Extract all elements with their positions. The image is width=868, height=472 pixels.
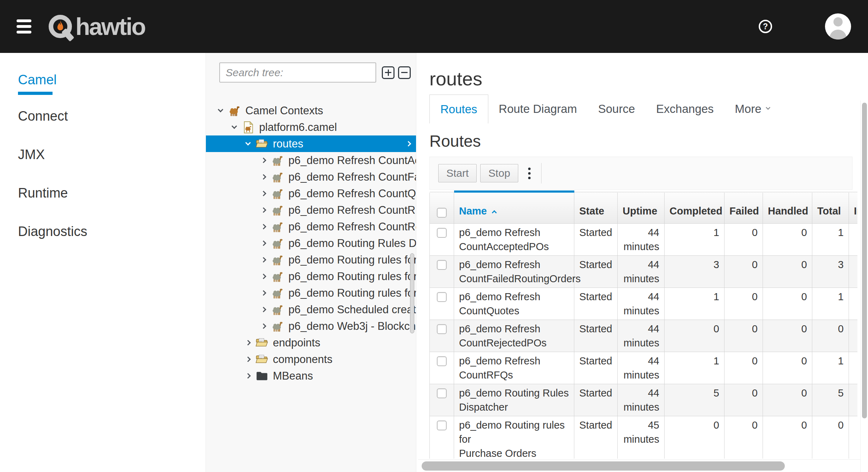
drill-in-chevron-icon[interactable] <box>406 141 411 147</box>
table-row-p6-demo-refresh-countrejectedpos[interactable]: p6_demo RefreshCountRejectedPOsStarted44… <box>430 320 858 352</box>
stop-button[interactable]: Stop <box>480 164 518 182</box>
tree-node-endpoints[interactable]: endpoints <box>206 334 416 351</box>
chevron-right-icon[interactable] <box>261 274 267 279</box>
row-checkbox[interactable] <box>437 292 447 302</box>
chevron-right-icon[interactable] <box>245 373 251 379</box>
row-checkbox-cell <box>430 288 454 320</box>
tree-scrollbar-thumb[interactable] <box>410 253 414 333</box>
column-header-uptime[interactable]: Uptime <box>618 192 665 223</box>
chevron-down-icon[interactable] <box>245 140 251 146</box>
row-checkbox[interactable] <box>437 260 447 270</box>
chevron-down-icon[interactable] <box>232 123 237 129</box>
tree-node-components[interactable]: components <box>206 351 416 368</box>
tree-node-p6-demo-refresh-countqu[interactable]: p6_demo Refresh CountQu... <box>206 185 416 202</box>
chevron-right-icon[interactable] <box>261 290 267 296</box>
kebab-menu-icon[interactable] <box>528 168 531 179</box>
nav-item-camel[interactable]: Camel <box>18 73 206 95</box>
start-button[interactable]: Start <box>438 164 477 182</box>
column-header-state[interactable]: State <box>574 192 618 223</box>
chevron-right-icon[interactable] <box>245 357 251 362</box>
chevron-down-icon[interactable] <box>218 107 224 113</box>
nav-item-diagnostics[interactable]: Diagnostics <box>18 224 206 238</box>
camel-route-icon <box>271 287 284 299</box>
chevron-right-icon[interactable] <box>261 191 267 196</box>
column-header-completed[interactable]: Completed <box>665 192 725 223</box>
table-row-p6-demo-routing-rules-dispatcher[interactable]: p6_demo Routing RulesDispatcherStarted44… <box>430 384 858 416</box>
tree-node-p6-demo-routing-rules-for[interactable]: p6_demo Routing rules for ... <box>206 252 416 268</box>
help-icon[interactable]: ? <box>759 20 772 33</box>
chevron-right-icon[interactable] <box>245 340 251 346</box>
chevron-right-icon[interactable] <box>261 224 267 230</box>
collapse-all-button[interactable] <box>398 66 411 79</box>
table-row-p6-demo-refresh-countquotes[interactable]: p6_demo RefreshCountQuotesStarted44minut… <box>430 288 858 320</box>
cell-completed: 5 <box>665 384 725 416</box>
tab-source[interactable]: Source <box>588 95 646 123</box>
row-checkbox[interactable] <box>437 420 447 430</box>
cell-completed: 1 <box>665 288 725 320</box>
row-checkbox[interactable] <box>437 324 447 334</box>
nav-item-connect[interactable]: Connect <box>18 109 206 123</box>
camel-route-icon <box>271 237 284 250</box>
tab-more[interactable]: More <box>724 95 780 123</box>
toolbar-divider <box>541 163 542 183</box>
tree-node-p6-demo-routing-rules-for[interactable]: p6_demo Routing rules for ... <box>206 268 416 285</box>
tree-node-p6-demo-refresh-countrej[interactable]: p6_demo Refresh CountRej... <box>206 218 416 235</box>
row-checkbox-cell <box>430 320 454 352</box>
row-checkbox[interactable] <box>437 228 447 238</box>
nav-item-runtime[interactable]: Runtime <box>18 186 206 200</box>
table-row-p6-demo-routing-rules-for-purchase-orders[interactable]: p6_demo Routing rules forPurchase Orders… <box>430 416 858 459</box>
horizontal-scrollbar-thumb[interactable] <box>422 461 785 471</box>
chevron-right-icon[interactable] <box>261 323 267 329</box>
tree-node-p6-demo-scheduled-creati[interactable]: p6_demo Scheduled creati... <box>206 301 416 318</box>
chevron-right-icon[interactable] <box>261 257 267 263</box>
tree-node-p6-demo-routing-rules-for[interactable]: p6_demo Routing rules for ... <box>206 285 416 301</box>
row-checkbox[interactable] <box>437 388 447 398</box>
select-all-checkbox[interactable] <box>437 208 447 218</box>
tab-label: Routes <box>440 103 477 116</box>
chevron-right-icon[interactable] <box>261 207 267 213</box>
row-checkbox[interactable] <box>437 356 447 366</box>
main-vertical-scrollbar[interactable] <box>860 101 868 472</box>
cell-name: p6_demo Routing RulesDispatcher <box>454 384 574 416</box>
column-header-total[interactable]: Total <box>812 192 849 223</box>
table-row-p6-demo-refresh-countfailedroutingorders[interactable]: p6_demo RefreshCountFailedRoutingOrdersS… <box>430 255 858 288</box>
expand-all-button[interactable] <box>382 66 395 79</box>
menu-toggle-icon[interactable] <box>17 19 31 34</box>
column-header-handled[interactable]: Handled <box>763 192 812 223</box>
tree-node-label: MBeans <box>273 370 313 382</box>
cell-handled: 0 <box>763 352 812 384</box>
cell-handled: 0 <box>763 288 812 320</box>
main-horizontal-scrollbar[interactable] <box>418 459 860 472</box>
nav-item-jmx[interactable]: JMX <box>18 147 206 162</box>
tab-route-diagram[interactable]: Route Diagram <box>488 95 588 123</box>
tree-node-p6-demo-refresh-countac[interactable]: p6_demo Refresh CountAc... <box>206 152 416 169</box>
table-row-p6-demo-refresh-countacceptedpos[interactable]: p6_demo RefreshCountAcceptedPOsStarted44… <box>430 223 858 255</box>
tree-node-p6-demo-web3j-blockchai[interactable]: p6_demo Web3j - Blockchai... <box>206 318 416 334</box>
user-avatar[interactable] <box>825 13 851 40</box>
chevron-right-icon[interactable] <box>261 174 267 180</box>
tree-node-p6-demo-refresh-countfai[interactable]: p6_demo Refresh CountFai... <box>206 169 416 185</box>
tree-node-mbeans[interactable]: MBeans <box>206 368 416 384</box>
tab-exchanges[interactable]: Exchanges <box>646 95 724 123</box>
cell-completed: 1 <box>665 223 725 255</box>
column-header-name[interactable]: Name <box>454 192 574 223</box>
tree-node-camel-contexts[interactable]: Camel Contexts <box>206 102 416 119</box>
tree-node-label: p6_demo Routing rules for ... <box>288 270 416 283</box>
tree-node-routes[interactable]: routes <box>206 135 416 152</box>
help-glyph: ? <box>763 22 768 31</box>
tree-node-label: endpoints <box>273 337 320 349</box>
vertical-scrollbar-thumb[interactable] <box>862 103 867 418</box>
chevron-right-icon[interactable] <box>261 241 267 246</box>
table-row-p6-demo-refresh-countrfqs[interactable]: p6_demo RefreshCountRFQsStarted44minutes… <box>430 352 858 384</box>
select-all-header-cell <box>430 192 454 223</box>
tree-node-platform6-camel[interactable]: platform6.camel <box>206 119 416 135</box>
column-header-failed[interactable]: Failed <box>725 192 763 223</box>
tree-node-p6-demo-routing-rules-dis[interactable]: p6_demo Routing Rules Dis... <box>206 235 416 252</box>
tree-node-p6-demo-refresh-countrf[interactable]: p6_demo Refresh CountRF... <box>206 202 416 218</box>
chevron-right-icon[interactable] <box>261 158 267 163</box>
cell-total: 1 <box>812 288 849 320</box>
chevron-right-icon[interactable] <box>261 307 267 313</box>
tab-routes[interactable]: Routes <box>429 95 488 123</box>
column-header-inflight[interactable]: Inflight <box>849 192 858 223</box>
tree-search-input[interactable] <box>219 62 376 83</box>
